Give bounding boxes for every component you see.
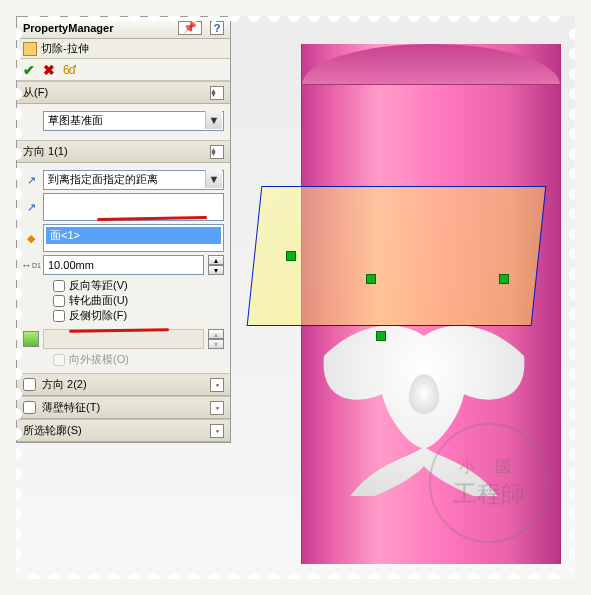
expand-icon[interactable]: [210, 378, 224, 392]
drag-handle[interactable]: [376, 331, 386, 341]
draft-outward-label: 向外拔模(O): [69, 352, 129, 367]
help-button[interactable]: ?: [210, 21, 224, 35]
face-select-icon[interactable]: ◆: [23, 230, 39, 246]
drag-handle[interactable]: [286, 251, 296, 261]
offset-dimension-icon: ↔D1: [23, 257, 39, 273]
confirm-toolbar: ✔ ✖ 6d': [17, 59, 230, 81]
detail-preview-button[interactable]: 6d': [63, 63, 76, 77]
panel-titlebar: PropertyManager 📌 ?: [17, 17, 230, 39]
thin-enable-checkbox[interactable]: [23, 401, 36, 414]
direction2-enable-checkbox[interactable]: [23, 378, 36, 391]
group-contours-label: 所选轮廓(S): [23, 423, 82, 438]
group-from-label: 从(F): [23, 85, 48, 100]
reverse-offset-checkbox[interactable]: [53, 280, 65, 292]
from-plane-select[interactable]: 草图基准面: [43, 111, 224, 131]
group-direction2: 方向 2(2): [17, 373, 230, 396]
group-from: 从(F) 草图基准面: [17, 81, 230, 140]
group-direction1: 方向 1(1) ↗ 到离指定面指定的距离 ↗ ◆ 面<1> ↔D1: [17, 140, 230, 373]
translate-surface-label: 转化曲面(U): [69, 293, 128, 308]
cancel-button[interactable]: ✖: [43, 62, 55, 78]
direction-vector-icon[interactable]: ↗: [23, 199, 39, 215]
group-direction2-header[interactable]: 方向 2(2): [17, 374, 230, 396]
draft-up-button: ▲: [208, 329, 224, 339]
expand-icon[interactable]: [210, 401, 224, 415]
drag-handle[interactable]: [366, 274, 376, 284]
selected-face[interactable]: 面<1>: [46, 227, 221, 244]
ok-button[interactable]: ✔: [23, 62, 35, 78]
expand-icon[interactable]: [210, 424, 224, 438]
group-direction2-label: 方向 2(2): [42, 377, 87, 392]
pin-toggle[interactable]: 📌: [178, 21, 202, 35]
face-selection-listbox[interactable]: 面<1>: [43, 224, 224, 252]
group-thin-label: 薄壁特征(T): [42, 400, 100, 415]
end-condition-select[interactable]: 到离指定面指定的距离: [43, 170, 224, 190]
panel-title: PropertyManager: [23, 22, 113, 34]
from-plane-value: 草图基准面: [43, 111, 224, 131]
offset-down-button[interactable]: ▼: [208, 265, 224, 275]
flip-side-label: 反侧切除(F): [69, 308, 127, 323]
draft-outward-checkbox: [53, 354, 65, 366]
draft-down-button: ▼: [208, 339, 224, 349]
offset-up-button[interactable]: ▲: [208, 255, 224, 265]
group-thin-feature: 薄壁特征(T): [17, 396, 230, 419]
group-thin-header[interactable]: 薄壁特征(T): [17, 397, 230, 419]
offset-distance-input[interactable]: [43, 255, 204, 275]
draft-icon[interactable]: [23, 331, 39, 347]
end-condition-value: 到离指定面指定的距离: [43, 170, 224, 190]
flip-side-checkbox[interactable]: [53, 310, 65, 322]
group-direction1-label: 方向 1(1): [23, 144, 68, 159]
cut-extrude-icon: [23, 42, 37, 56]
feature-name: 切除-拉伸: [41, 41, 89, 56]
feature-name-row: 切除-拉伸: [17, 39, 230, 59]
group-contours-header[interactable]: 所选轮廓(S): [17, 420, 230, 442]
model-nose: [409, 374, 439, 414]
group-contours: 所选轮廓(S): [17, 419, 230, 442]
draft-angle-input: [43, 329, 204, 349]
group-direction1-header[interactable]: 方向 1(1): [17, 141, 230, 163]
translate-surface-checkbox[interactable]: [53, 295, 65, 307]
collapse-icon[interactable]: [210, 145, 224, 159]
reverse-offset-label: 反向等距(V): [69, 278, 128, 293]
group-from-header[interactable]: 从(F): [17, 82, 230, 104]
reverse-direction-icon[interactable]: ↗: [23, 172, 39, 188]
drag-handle[interactable]: [499, 274, 509, 284]
property-manager-panel: PropertyManager 📌 ? 切除-拉伸 ✔ ✖ 6d' 从(F) 草…: [16, 16, 231, 443]
collapse-icon[interactable]: [210, 86, 224, 100]
